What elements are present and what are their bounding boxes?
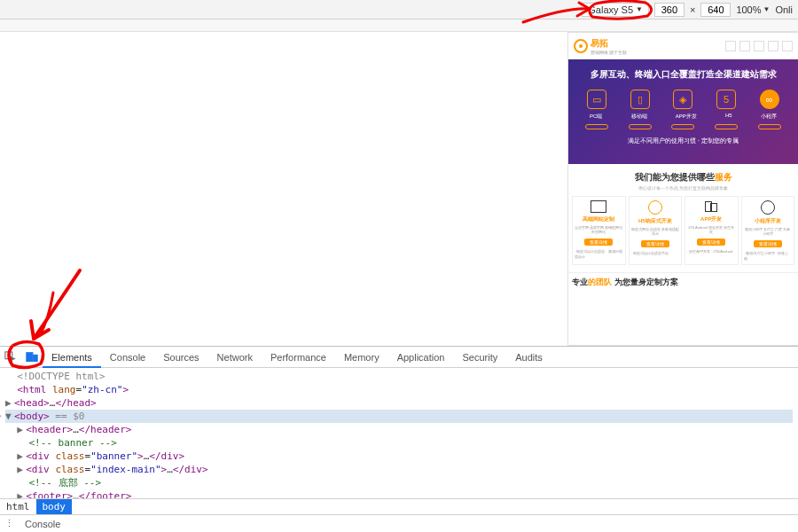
h5-icon: 5 [716, 90, 736, 109]
detail-button[interactable]: 查看详情 [641, 240, 669, 247]
services-section: 我们能为您提供哪些服务 用心设计每一个作品 为您打造互联网品牌形象 高端网站定制… [568, 164, 798, 272]
inspect-element-button[interactable] [0, 347, 21, 368]
service-card[interactable]: APP开发 iOS Android 混合开发 原生开发 查看详情 · 原生APP… [685, 196, 739, 265]
section-title: 我们能为您提供哪些服务 [572, 171, 794, 184]
device-frame: 易拓 营销网络 源于互联 多屏互动、终端入口全覆盖打造全渠道建站需求 ▭ ▯ ◈… [567, 32, 798, 346]
tab-network[interactable]: Network [208, 347, 262, 368]
width-input[interactable] [654, 3, 685, 17]
banner-title: 多屏互动、终端入口全覆盖打造全渠道建站需求 [575, 68, 791, 81]
elements-tree[interactable]: <!DOCTYPE html> <html lang="zh-cn"> ▶<he… [0, 368, 798, 498]
tab-audits[interactable]: Audits [506, 347, 552, 368]
toggle-device-toolbar-button[interactable] [21, 347, 43, 368]
tab-security[interactable]: Security [453, 347, 506, 368]
logo-icon [574, 39, 588, 53]
height-input[interactable] [700, 3, 731, 17]
service-card[interactable]: H5响应式开发 响应式网站 自适应 多终端适配显示 查看详情 · 响应式设计自适… [629, 196, 683, 265]
device-toolbar: Galaxy S5 ▼ × 100% ▼ Onli [0, 0, 798, 20]
footer-title: 专业的团队 为您量身定制方案 [568, 272, 798, 292]
banner-subtitle: 满足不同用户的使用习惯 · 定制您的专属 [575, 137, 791, 145]
breadcrumb: html body [0, 498, 798, 514]
kebab-icon[interactable]: ⋮ [0, 518, 18, 529]
monitor-icon [591, 200, 606, 213]
site-nav[interactable] [725, 41, 793, 51]
tab-sources[interactable]: Sources [154, 347, 207, 368]
viewport-area: 易拓 营销网络 源于互联 多屏互动、终端入口全覆盖打造全渠道建站需求 ▭ ▯ ◈… [0, 32, 798, 346]
svg-rect-1 [27, 352, 33, 361]
detail-button[interactable]: 查看详情 [754, 240, 782, 247]
detail-button[interactable]: 查看详情 [697, 239, 725, 246]
pc-icon: ▭ [587, 90, 606, 109]
chevron-down-icon: ▼ [763, 5, 771, 13]
chevron-down-icon: ▼ [636, 5, 643, 13]
service-card[interactable]: 小程序开发 微信小程序 支付宝 百度 头条小程序 查看详情 · 微信/支付宝小程… [741, 196, 795, 265]
devices-icon [703, 200, 719, 213]
zoom-select[interactable]: 100% ▼ [736, 4, 770, 15]
mobile-icon: ▯ [630, 90, 650, 109]
service-card[interactable]: 高端网站定制 企业官网 品牌官网 营销型网站 外贸网站 查看详情 · 响应式设计… [572, 196, 626, 265]
logo-text: 易拓 营销网络 源于互联 [591, 37, 627, 55]
crumb-html[interactable]: html [0, 499, 36, 515]
dimension-separator: × [690, 4, 695, 15]
miniprogram-icon [761, 200, 775, 215]
site-header: 易拓 营销网络 源于互联 [568, 33, 798, 59]
site-logo[interactable]: 易拓 营销网络 源于互联 [574, 37, 627, 55]
ruler-strip [0, 20, 798, 32]
devtools-panel: Elements Console Sources Network Perform… [0, 346, 798, 532]
tab-elements[interactable]: Elements [43, 347, 101, 368]
h5-icon [648, 200, 662, 215]
tab-memory[interactable]: Memory [335, 347, 388, 368]
svg-rect-2 [34, 355, 37, 361]
throttle-select[interactable]: Onli [775, 4, 793, 15]
drawer: ⋮ Console [0, 514, 798, 532]
drawer-tab-console[interactable]: Console [18, 519, 67, 529]
miniprogram-icon: ∞ [760, 90, 779, 109]
devtools-tabbar: Elements Console Sources Network Perform… [0, 347, 798, 368]
app-icon: ◈ [673, 90, 692, 109]
tab-application[interactable]: Application [388, 347, 454, 368]
device-select[interactable]: Galaxy S5 ▼ [582, 3, 649, 17]
tab-console[interactable]: Console [101, 347, 154, 368]
device-name: Galaxy S5 [588, 4, 633, 15]
tab-performance[interactable]: Performance [262, 347, 335, 368]
crumb-body[interactable]: body [36, 499, 73, 515]
site-banner: 多屏互动、终端入口全覆盖打造全渠道建站需求 ▭ ▯ ◈ 5 ∞ PC端 移动端 … [568, 59, 798, 164]
detail-button[interactable]: 查看详情 [584, 239, 613, 246]
